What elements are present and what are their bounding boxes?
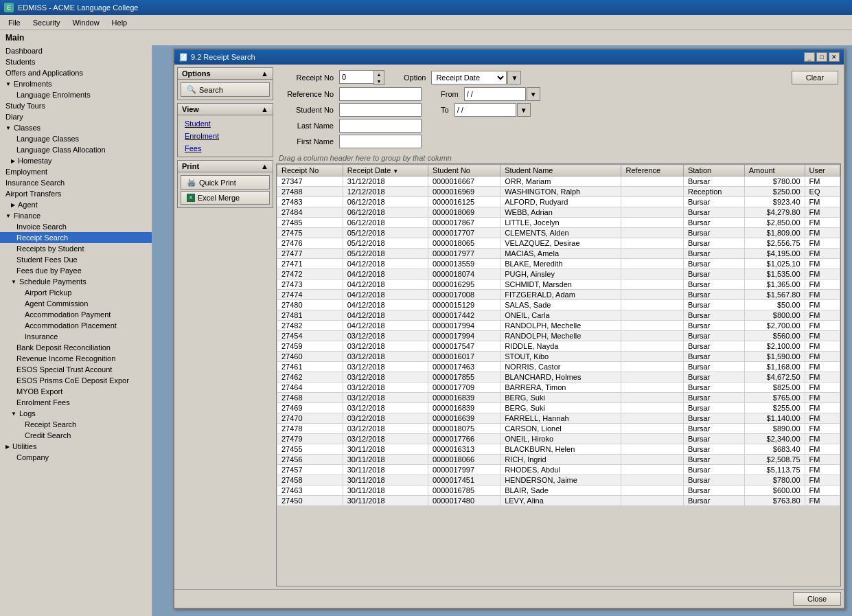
sidebar-cat-finance[interactable]: ▼Finance (0, 210, 152, 221)
sidebar-item-language-enrolments[interactable]: Language Enrolments (0, 89, 152, 100)
sidebar-item-accommodation-placement[interactable]: Accommodation Placement (0, 320, 152, 331)
print-header[interactable]: Print ▲ (178, 161, 273, 172)
sidebar-item-fees-due-by-payee[interactable]: Fees due by Payee (0, 265, 152, 276)
view-header[interactable]: View ▲ (178, 104, 273, 115)
col-receipt-no[interactable]: Receipt No (277, 165, 343, 176)
table-scroll[interactable]: Receipt No Receipt Date ▼ Student No Stu… (276, 163, 841, 586)
table-row[interactable]: 2747705/12/20180000017977MACIAS, AmelaBu… (277, 249, 840, 259)
sidebar-item-myob-export[interactable]: MYOB Export (0, 386, 152, 397)
search-button[interactable]: 🔍 Search (181, 82, 270, 97)
window-maximize-button[interactable]: □ (816, 52, 827, 62)
table-row[interactable]: 2746403/12/20180000017709BARRERA, TimonB… (277, 383, 840, 393)
receipt-no-input[interactable] (339, 70, 373, 84)
table-row[interactable]: 2747104/12/20180000013559BLAKE, Meredith… (277, 259, 840, 269)
sidebar-item-airport-pickup[interactable]: Airport Pickup (0, 287, 152, 298)
quick-print-button[interactable]: 🖨️ Quick Print (181, 175, 270, 190)
menu-file[interactable]: File (3, 17, 26, 28)
option-select[interactable]: Receipt Date (431, 71, 507, 84)
table-row[interactable]: 2745730/11/20180000017997RHODES, AbdulBu… (277, 465, 840, 475)
sidebar-cat-logs[interactable]: ▼Logs (0, 408, 152, 419)
sidebar-item-accommodation-payment[interactable]: Accommodation Payment (0, 309, 152, 320)
col-student-name[interactable]: Student Name (500, 165, 621, 176)
options-header[interactable]: Options ▲ (178, 68, 273, 80)
close-button[interactable]: Close (793, 592, 841, 606)
table-row[interactable]: 2734731/12/20180000016667ORR, MariamBurs… (277, 176, 840, 187)
menu-security[interactable]: Security (27, 17, 66, 28)
student-no-input[interactable] (339, 103, 422, 117)
table-row[interactable]: 2747505/12/20180000017707CLEMENTS, Alden… (277, 228, 840, 238)
spinner-down[interactable]: ▼ (374, 78, 384, 84)
table-row[interactable]: 2746330/11/20180000016785BLAIR, SadeBurs… (277, 486, 840, 496)
table-row[interactable]: 2745903/12/20180000017547RIDDLE, NaydaBu… (277, 341, 840, 352)
table-row[interactable]: 2748812/12/20180000016969WASHINGTON, Ral… (277, 187, 840, 197)
col-receipt-date[interactable]: Receipt Date ▼ (343, 165, 428, 176)
sidebar-item-bank-deposit-reconciliation[interactable]: Bank Deposit Reconciliation (0, 342, 152, 353)
to-date-input[interactable] (454, 103, 516, 117)
sidebar-item-revenue-income-recognition[interactable]: Revenue Income Recognition (0, 353, 152, 364)
sidebar-cat-homestay[interactable]: ▶Homestay (0, 155, 152, 166)
table-row[interactable]: 2748406/12/20180000018069WEBB, AdrianBur… (277, 207, 840, 218)
table-row[interactable]: 2746103/12/20180000017463NORRIS, CastorB… (277, 362, 840, 372)
sidebar-cat-enrolments[interactable]: ▼Enrolments (0, 78, 152, 89)
table-row[interactable]: 2746803/12/20180000016839BERG, SukiBursa… (277, 393, 840, 403)
sidebar-item-student-fees-due[interactable]: Student Fees Due (0, 254, 152, 265)
sidebar-item-logs-receipt-search[interactable]: Receipt Search (0, 419, 152, 430)
col-amount[interactable]: Amount (744, 165, 805, 176)
sidebar-item-language-class-allocation[interactable]: Language Class Allocation (0, 144, 152, 155)
sidebar-item-esos-prisms-coe-deposit-export[interactable]: ESOS Prisms CoE Deposit Expor (0, 375, 152, 386)
option-dropdown[interactable]: ▼ (507, 71, 521, 84)
col-station[interactable]: Station (683, 165, 744, 176)
sidebar-item-students[interactable]: Students (0, 56, 152, 67)
window-close-button[interactable]: ✕ (829, 52, 840, 62)
sidebar-cat-utilities[interactable]: ▶Utilities (0, 441, 152, 452)
from-date-dropdown[interactable]: ▼ (527, 87, 540, 101)
table-row[interactable]: 2747304/12/20180000016295SCHMIDT, Marsde… (277, 280, 840, 290)
student-link[interactable]: Student (181, 118, 270, 129)
menu-help[interactable]: Help (106, 17, 133, 28)
sidebar-item-insurance-search[interactable]: Insurance Search (0, 177, 152, 188)
sidebar-item-esos-special-trust-account[interactable]: ESOS Special Trust Account (0, 364, 152, 375)
table-row[interactable]: 2746903/12/20180000016839BERG, SukiBursa… (277, 403, 840, 413)
col-user[interactable]: User (805, 165, 840, 176)
sidebar-item-study-tours[interactable]: Study Tours (0, 100, 152, 111)
table-row[interactable]: 2748204/12/20180000017994RANDOLPH, Meche… (277, 321, 840, 331)
sidebar-cat-schedule-payments[interactable]: ▼Schedule Payments (0, 276, 152, 287)
first-name-input[interactable] (339, 135, 422, 148)
table-row[interactable]: 2745403/12/20180000017994RANDOLPH, Meche… (277, 331, 840, 341)
table-row[interactable]: 2747903/12/20180000017766ONEIL, HirokoBu… (277, 434, 840, 444)
from-date-input[interactable] (464, 87, 526, 101)
table-row[interactable]: 2747605/12/20180000018065VELAZQUEZ, Desi… (277, 238, 840, 249)
table-row[interactable]: 2745530/11/20180000016313BLACKBURN, Hele… (277, 444, 840, 455)
table-row[interactable]: 2746203/12/20180000017855BLANCHARD, Holm… (277, 372, 840, 383)
table-row[interactable]: 2748506/12/20180000017867LITTLE, Jocelyn… (277, 218, 840, 228)
table-row[interactable]: 2745030/11/20180000017480LEVY, AlinaBurs… (277, 496, 840, 506)
table-row[interactable]: 2745630/11/20180000018066RICH, IngridBur… (277, 455, 840, 465)
to-date-dropdown[interactable]: ▼ (517, 103, 531, 117)
spinner-up[interactable]: ▲ (374, 71, 384, 78)
window-minimize-button[interactable]: _ (804, 52, 815, 62)
table-row[interactable]: 2747003/12/20180000016639FARRELL, Hannah… (277, 413, 840, 424)
receipt-no-spinner[interactable]: ▲ ▼ (339, 70, 384, 85)
sidebar-item-agent-commission[interactable]: Agent Commission (0, 298, 152, 309)
sidebar-item-diary[interactable]: Diary (0, 111, 152, 122)
table-row[interactable]: 2747204/12/20180000018074PUGH, AinsleyBu… (277, 269, 840, 280)
table-row[interactable]: 2747404/12/20180000017008FITZGERALD, Ada… (277, 290, 840, 300)
sidebar-item-language-classes[interactable]: Language Classes (0, 133, 152, 144)
enrolment-link[interactable]: Enrolment (181, 130, 270, 141)
reference-no-input[interactable] (339, 87, 422, 101)
table-row[interactable]: 2748306/12/20180000016125ALFORD, Rudyard… (277, 197, 840, 207)
excel-merge-button[interactable]: X Excel Merge (181, 191, 270, 205)
sidebar-item-airport-transfers[interactable]: Airport Transfers (0, 188, 152, 199)
clear-button[interactable]: Clear (792, 71, 838, 84)
sidebar-item-receipts-by-student[interactable]: Receipts by Student (0, 243, 152, 254)
sidebar-item-insurance[interactable]: Insurance (0, 331, 152, 342)
sidebar-item-logs-credit-search[interactable]: Credit Search (0, 430, 152, 441)
sidebar-item-enrolment-fees[interactable]: Enrolment Fees (0, 397, 152, 408)
col-student-no[interactable]: Student No (428, 165, 500, 176)
sidebar-item-invoice-search[interactable]: Invoice Search (0, 221, 152, 232)
table-row[interactable]: 2747803/12/20180000018075CARSON, LionelB… (277, 424, 840, 434)
sidebar-cat-classes[interactable]: ▼Classes (0, 122, 152, 133)
fees-link[interactable]: Fees (181, 143, 270, 154)
menu-window[interactable]: Window (67, 17, 104, 28)
sidebar-item-company[interactable]: Company (0, 452, 152, 463)
